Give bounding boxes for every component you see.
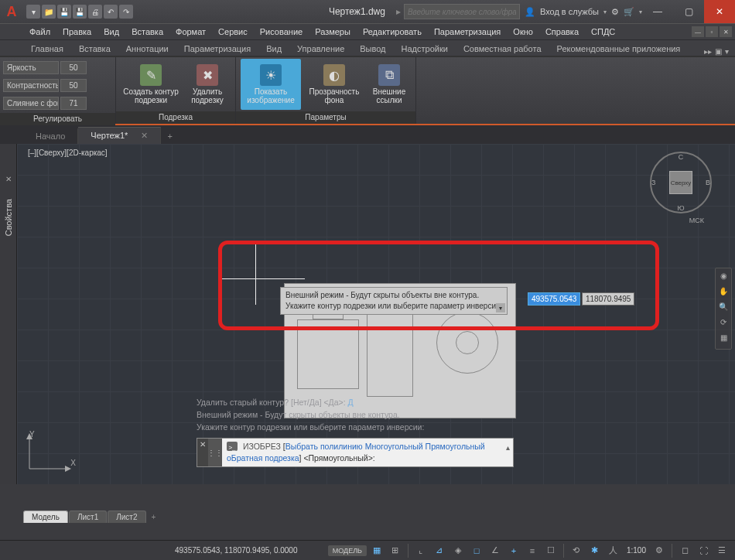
- cmdline-opt-invert[interactable]: оБратная подрезка: [227, 453, 299, 463]
- cmdline-expand-icon[interactable]: ▴: [506, 442, 510, 453]
- ribbon-minimize-icon[interactable]: ▾: [725, 47, 729, 56]
- status-annoscale-icon[interactable]: 人: [605, 543, 622, 558]
- dynamic-coord-x[interactable]: 493575.0543: [528, 292, 580, 306]
- menu-view[interactable]: Вид: [97, 27, 125, 36]
- properties-palette[interactable]: ✕ Свойства: [0, 144, 17, 484]
- status-transparency-icon[interactable]: ☐: [542, 543, 559, 558]
- file-tab-start[interactable]: Начало: [23, 128, 78, 144]
- file-tab-close-icon[interactable]: ✕: [141, 131, 148, 140]
- view-cube-north[interactable]: С: [679, 153, 684, 161]
- layout-tab-model[interactable]: Модель: [23, 510, 68, 523]
- delete-clip-button[interactable]: ✖ Удалить подрезку: [184, 59, 231, 110]
- cmdline-opt-polygon[interactable]: Многоугольный: [365, 442, 423, 451]
- status-customize-icon[interactable]: ☰: [713, 543, 730, 558]
- cmdline-input[interactable]: >_ ИЗОБРЕЗ [Выбрать полилинию Многоуголь…: [222, 439, 513, 466]
- view-cube-south[interactable]: Ю: [677, 204, 684, 212]
- view-cube-east[interactable]: В: [706, 179, 710, 186]
- brightness-value[interactable]: 50: [60, 61, 87, 74]
- ribbon-tab-output[interactable]: Вывод: [352, 42, 393, 56]
- fade-value[interactable]: 71: [60, 97, 87, 110]
- exchange-icon[interactable]: ⚙: [611, 7, 619, 17]
- xref-button[interactable]: ⧉ Внешние ссылки: [368, 59, 411, 110]
- cart-icon[interactable]: 🛒: [624, 7, 634, 17]
- qat-open-icon[interactable]: 📁: [42, 5, 56, 19]
- minimize-button[interactable]: —: [642, 0, 673, 23]
- menu-modify[interactable]: Редактировать: [357, 27, 428, 36]
- menu-window[interactable]: Окно: [507, 27, 539, 36]
- qat-saveas-icon[interactable]: 💾: [73, 5, 87, 19]
- palette-close-icon[interactable]: ✕: [5, 175, 12, 183]
- ribbon-tab-annotate[interactable]: Аннотации: [118, 42, 176, 56]
- qat-undo-icon[interactable]: ↶: [104, 5, 118, 19]
- search-input[interactable]: [404, 4, 520, 19]
- layout-tab-sheet1[interactable]: Лист1: [69, 510, 107, 523]
- ribbon-play-icon[interactable]: ▸▸: [704, 47, 712, 56]
- qat-plot-icon[interactable]: 🖨: [88, 5, 102, 19]
- doc-restore-button[interactable]: ▫: [706, 26, 718, 37]
- status-lineweight-icon[interactable]: ≡: [524, 543, 541, 558]
- status-cycling-icon[interactable]: ⟲: [568, 543, 585, 558]
- search-chevron-icon[interactable]: ▸: [396, 6, 401, 17]
- status-ortho-icon[interactable]: ⌞: [412, 543, 429, 558]
- qat-new-icon[interactable]: ▾: [26, 5, 40, 19]
- fade-label[interactable]: Слияние с фон…: [3, 97, 59, 110]
- menu-draw[interactable]: Рисование: [254, 27, 309, 36]
- transparency-button[interactable]: ◐ Прозрачность фона: [304, 59, 364, 110]
- ribbon-tab-view[interactable]: Вид: [258, 42, 289, 56]
- nav-showmotion-icon[interactable]: ▦: [717, 333, 730, 346]
- brightness-label[interactable]: Яркость: [3, 61, 59, 74]
- command-line[interactable]: ✕ ⋮⋮ >_ ИЗОБРЕЗ [Выбрать полилинию Много…: [197, 438, 514, 467]
- menu-dimension[interactable]: Размеры: [309, 27, 357, 36]
- status-polar-icon[interactable]: ⊿: [431, 543, 448, 558]
- view-cube-west[interactable]: З: [651, 179, 655, 186]
- file-tab-drawing[interactable]: Чертеж1* ✕: [78, 127, 161, 144]
- qat-save-icon[interactable]: 💾: [57, 5, 71, 19]
- doc-minimize-button[interactable]: —: [692, 26, 704, 37]
- status-cleanscreen-icon[interactable]: ⛶: [695, 543, 712, 558]
- ribbon-tab-addins[interactable]: Надстройки: [394, 42, 456, 56]
- tooltip-menu-icon[interactable]: ▾: [496, 303, 505, 312]
- cmdline-drag-handle[interactable]: ⋮⋮: [208, 439, 222, 466]
- status-model-button[interactable]: МОДЕЛЬ: [328, 545, 367, 556]
- ribbon-tab-parametric[interactable]: Параметризация: [176, 42, 258, 56]
- status-scale[interactable]: 1:100: [624, 546, 649, 555]
- status-iso-icon[interactable]: ◈: [450, 543, 467, 558]
- ribbon-tab-featured[interactable]: Рекомендованные приложения: [549, 42, 689, 56]
- status-dynamic-icon[interactable]: +: [505, 543, 522, 558]
- view-cube-wcs[interactable]: МСК: [689, 217, 704, 224]
- view-cube[interactable]: Сверху С Ю В З: [650, 152, 712, 213]
- ribbon-focus-icon[interactable]: ▣: [715, 47, 722, 56]
- menu-help[interactable]: Справка: [539, 27, 585, 36]
- signin-button[interactable]: Вход в службы: [540, 7, 599, 16]
- maximize-button[interactable]: ▢: [673, 0, 704, 23]
- status-snap-icon[interactable]: ⊞: [387, 543, 404, 558]
- layout-tab-sheet2[interactable]: Лист2: [108, 510, 145, 523]
- menu-parametric[interactable]: Параметризация: [428, 27, 507, 36]
- close-button[interactable]: ✕: [704, 0, 735, 23]
- menu-format[interactable]: Формат: [169, 27, 212, 36]
- ribbon-tab-manage[interactable]: Управление: [289, 42, 352, 56]
- view-cube-face[interactable]: Сверху: [669, 171, 692, 194]
- file-tab-add-button[interactable]: +: [161, 128, 178, 144]
- status-grid-icon[interactable]: ▦: [368, 543, 385, 558]
- status-osnap-icon[interactable]: □: [468, 543, 485, 558]
- menu-edit[interactable]: Правка: [56, 27, 97, 36]
- nav-fullnav-icon[interactable]: ◉: [717, 271, 730, 284]
- contrast-label[interactable]: Контрастность: [3, 79, 59, 92]
- qat-redo-icon[interactable]: ↷: [119, 5, 133, 19]
- ribbon-tab-collab[interactable]: Совместная работа: [456, 42, 549, 56]
- drawing-viewport[interactable]: [–][Сверху][2D-каркас] Сверху С Ю В З МС…: [17, 144, 735, 484]
- create-clip-button[interactable]: ✎ Создать контур подрезки: [121, 59, 181, 110]
- status-otrack-icon[interactable]: ∠: [487, 543, 504, 558]
- nav-orbit-icon[interactable]: ⟳: [717, 318, 730, 330]
- show-image-button[interactable]: ☀ Показать изображение: [241, 59, 301, 110]
- status-annotation-icon[interactable]: ✱: [586, 543, 603, 558]
- menu-insert[interactable]: Вставка: [125, 27, 169, 36]
- viewport-controls[interactable]: [–][Сверху][2D-каркас]: [28, 149, 108, 157]
- contrast-value[interactable]: 50: [60, 79, 87, 92]
- ribbon-tab-insert[interactable]: Вставка: [71, 42, 118, 56]
- cmdline-close-icon[interactable]: ✕: [197, 439, 208, 466]
- doc-close-button[interactable]: ✕: [720, 26, 732, 37]
- status-workspace-icon[interactable]: ◻: [676, 543, 693, 558]
- nav-zoom-icon[interactable]: 🔍: [717, 302, 730, 315]
